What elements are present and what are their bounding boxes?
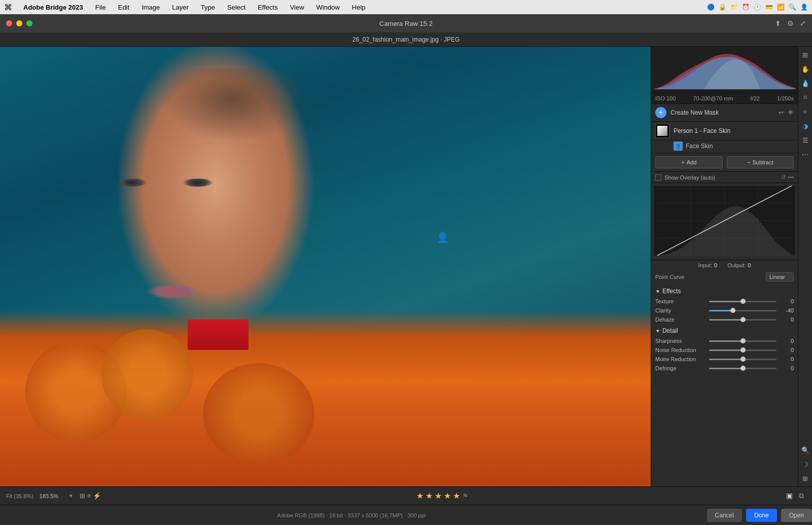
plus-icon: + [681,159,684,165]
bottom-bar: Fit (35.8%) 183.5% ▼ ⊞ ≡ ⚡ ★ ★ ★ ★ ★ ⚑ ▣… [0,486,812,505]
mask-item-person1[interactable]: Person 1 - Face Skin [651,122,798,141]
moire-reduction-label: Moire Reduction [655,356,706,362]
panel-content[interactable]: + Create New Mask ↩ 👁 Person 1 - Face Sk… [651,104,798,486]
zoom-in-icon[interactable]: 🔍 [799,444,811,456]
menubar-help[interactable]: Help [349,3,369,12]
clarity-slider-row: Clarity -40 [651,306,798,315]
dehaze-slider[interactable] [709,319,776,321]
effects-section-header[interactable]: ▼ Effects [651,285,798,297]
flower-2 [101,329,193,421]
overlay-checkbox[interactable] [655,174,661,181]
flag-icon[interactable]: ⚑ [462,492,469,500]
settings-icon[interactable]: ⚙ [787,19,794,27]
menubar-edit[interactable]: Edit [115,3,132,12]
canvas-area[interactable]: 👤 [0,47,651,486]
minimize-button[interactable] [16,20,22,26]
mask-header-icons: ↩ 👁 [779,109,794,116]
mask-eye-icon[interactable]: 👁 [788,109,794,116]
sharpness-slider[interactable] [709,340,776,342]
eyedropper-icon[interactable]: 💧 [799,77,811,89]
expand-icon[interactable]: ⤢ [800,19,806,27]
point-curve-select[interactable]: Linear [766,272,794,282]
create-mask-button[interactable]: + [655,107,666,118]
menubar-layer[interactable]: Layer [169,3,192,12]
clarity-slider[interactable] [709,310,776,311]
tone-curve-chart[interactable] [653,185,796,256]
output-value: 0 [748,262,751,268]
done-button[interactable]: Done [746,509,777,522]
adjustment-icon[interactable]: ☰ [799,134,811,146]
moire-reduction-value: 0 [780,356,794,362]
heal-tool-icon[interactable]: ✧ [799,106,811,118]
dehaze-label: Dehaze [655,317,706,323]
menubar-file[interactable]: File [92,3,109,12]
sharpness-slider-row: Sharpness 0 [651,336,798,345]
open-button[interactable]: Open [781,509,812,522]
crop-tool-icon[interactable]: ⌗ [799,91,811,103]
clarity-value: -40 [780,307,794,313]
more-icon[interactable]: ⋯ [799,148,811,160]
overlay-reset-icon[interactable]: ↺ [781,174,786,181]
texture-slider-row: Texture 0 [651,297,798,306]
traffic-lights [6,20,32,26]
defringe-slider[interactable] [709,368,776,369]
subtract-button[interactable]: − Subtract [727,156,794,168]
overlay-row: Show Overlay (auto) ↺ ••• [651,172,798,183]
lips [147,284,198,299]
single-view-button[interactable]: ▣ [784,491,795,501]
noise-reduction-value: 0 [780,347,794,353]
star-4[interactable]: ★ [444,491,451,501]
moire-reduction-slider-row: Moire Reduction 0 [651,355,798,364]
texture-slider[interactable] [709,301,776,302]
canvas-image: 👤 [0,47,651,486]
compare-buttons: ▣ ⧉ [784,491,806,501]
maximize-button[interactable] [26,20,32,26]
exif-iso: ISO 100 [655,95,676,101]
menubar-view[interactable]: View [287,3,307,12]
masking-tool-icon[interactable]: ◑ [799,120,811,132]
mask-thumbnail [655,124,669,138]
add-button[interactable]: + Add [655,156,723,168]
cancel-button[interactable]: Cancel [707,509,742,522]
face-skin-label: Face Skin [686,143,713,150]
point-curve-label: Point Curve [655,274,684,280]
point-curve-row: Point Curve Linear [651,270,798,285]
menubar-image[interactable]: Image [138,3,163,12]
input-label: Input: [698,262,713,268]
star-3[interactable]: ★ [435,491,442,501]
exif-bar: ISO 100 70-200@70 mm f/22 1/250s [651,93,798,104]
detail-section-title: Detail [662,327,678,334]
effects-arrow-icon: ▼ [655,289,660,294]
view-icons: ⊞ ≡ ⚡ [80,492,101,500]
hand-pan-icon[interactable]: ☽ [799,458,811,470]
zoom-fit-icon[interactable]: ⊞ [799,49,811,61]
moire-reduction-slider[interactable] [709,359,776,360]
menubar-type[interactable]: Type [198,3,218,12]
list-view-icon[interactable]: ≡ [87,492,91,500]
dehaze-value: 0 [780,317,794,323]
menubar-effects[interactable]: Effects [255,3,281,12]
star-2[interactable]: ★ [426,491,433,501]
noise-reduction-slider[interactable] [709,349,776,351]
compare-view-button[interactable]: ⧉ [797,491,806,501]
apple-icon[interactable]: ⌘ [4,3,12,12]
mask-back-icon[interactable]: ↩ [779,109,784,116]
star-5[interactable]: ★ [453,491,460,501]
menubar-bridge[interactable]: Adobe Bridge 2023 [20,3,86,12]
hair-layer [81,68,335,222]
cursor: 👤 [436,231,449,243]
texture-value: 0 [780,298,794,304]
menubar-system-icons: 🔵 🔒 📁 ⏰ 🕐 💳 📶 🔍 👤 [707,4,808,11]
star-1[interactable]: ★ [416,491,423,501]
menubar-window[interactable]: Window [313,3,343,12]
menubar-select[interactable]: Select [224,3,249,12]
close-button[interactable] [6,20,12,26]
overlay-more-icon[interactable]: ••• [788,174,794,181]
filter-icon[interactable]: ⚡ [93,492,101,500]
hand-tool-icon[interactable]: ✋ [799,63,811,75]
thumbnail-view-icon[interactable]: ⊞ [80,492,85,500]
detail-section-header[interactable]: ▼ Detail [651,324,798,336]
zoom-dropdown-icon[interactable]: ▼ [68,493,74,499]
grid-icon[interactable]: ⊞ [799,472,811,484]
share-icon[interactable]: ⬆ [775,19,781,27]
